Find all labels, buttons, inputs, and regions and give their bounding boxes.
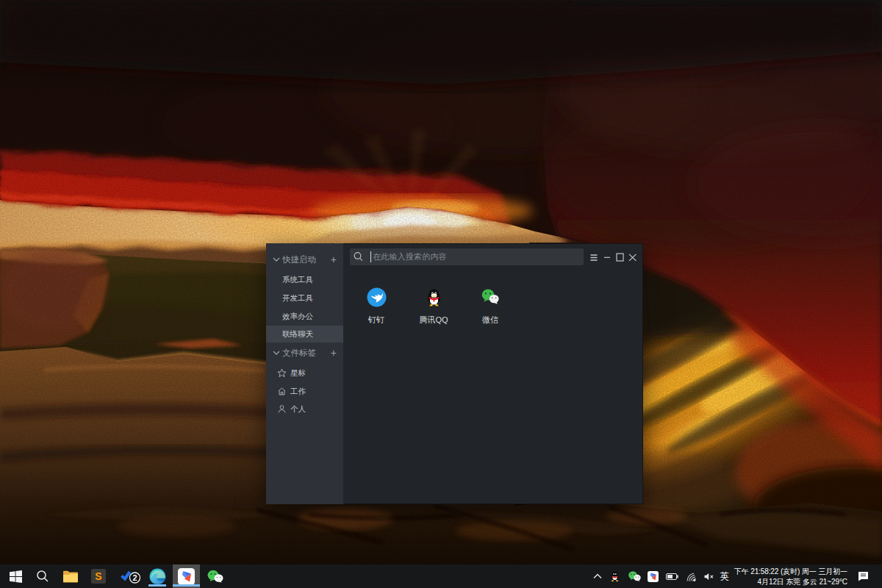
svg-text:2: 2 (132, 573, 137, 582)
svg-text:S: S (95, 570, 101, 582)
